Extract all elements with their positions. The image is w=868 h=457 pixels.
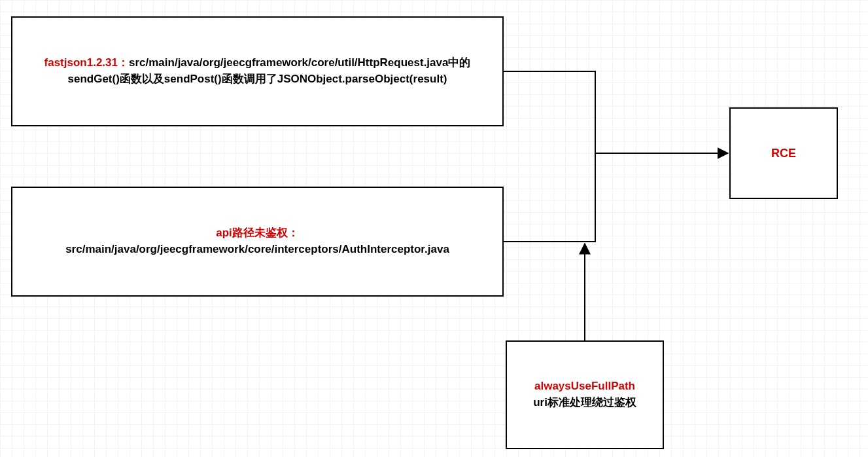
node-api-auth-highlight: api路径未鉴权：	[216, 225, 299, 242]
node-fastjson-line1: fastjson1.2.31：src/main/java/org/jeecgfr…	[44, 55, 471, 71]
node-api-auth: api路径未鉴权： src/main/java/org/jeecgframewo…	[11, 187, 504, 297]
node-rce: RCE	[729, 107, 838, 199]
node-fastjson-highlight: fastjson1.2.31：	[44, 56, 129, 69]
node-rce-label: RCE	[771, 145, 796, 162]
node-fastjson-line2: sendGet()函数以及sendPost()函数调用了JSONObject.p…	[68, 71, 447, 88]
node-always-line2: uri标准处理绕过鉴权	[533, 395, 636, 411]
node-always-use-full-path: alwaysUseFullPath uri标准处理绕过鉴权	[506, 340, 664, 449]
node-fastjson-line1-rest: src/main/java/org/jeecgframework/core/ut…	[129, 56, 470, 69]
node-always-highlight: alwaysUseFullPath	[534, 378, 635, 395]
node-fastjson: fastjson1.2.31：src/main/java/org/jeecgfr…	[11, 16, 504, 126]
node-api-auth-line2: src/main/java/org/jeecgframework/core/in…	[65, 242, 449, 258]
